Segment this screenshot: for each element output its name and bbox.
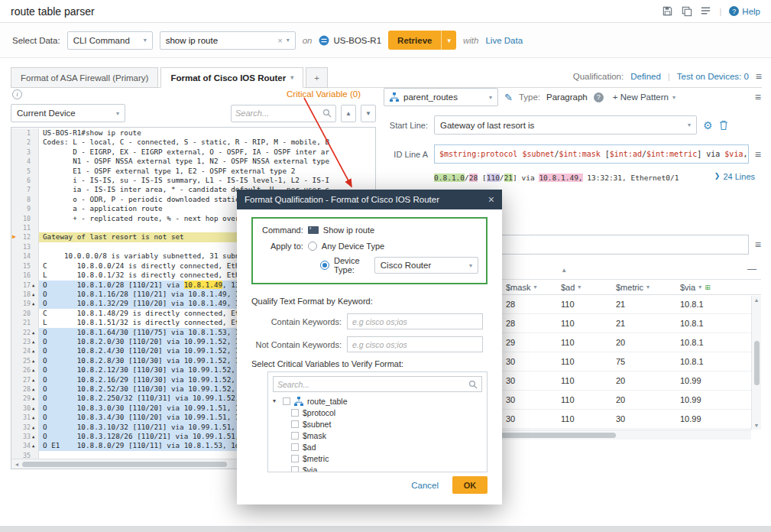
on-label: on xyxy=(303,36,313,45)
menu-icon[interactable]: ≡ xyxy=(755,239,761,250)
device-type-dropdown[interactable]: Cisco Router ▾ xyxy=(374,257,478,274)
ok-button[interactable]: OK xyxy=(452,476,488,494)
save-icon[interactable] xyxy=(662,5,673,17)
cell-value: 110 xyxy=(555,357,610,366)
scrollbar-thumb[interactable] xyxy=(22,462,227,467)
menu-icon[interactable]: ≡ xyxy=(756,71,762,82)
pattern-segment: $int:mask xyxy=(559,150,601,158)
code-line[interactable]: 2Codes: L - local, C - connected, S - st… xyxy=(11,138,375,147)
expand-lines-link[interactable]: ❯ 24 Lines xyxy=(714,172,755,181)
device-chip[interactable]: US-BOS-R1 xyxy=(319,35,381,46)
collapse-table-icon[interactable]: ▲ xyxy=(561,267,567,274)
checkbox-protocol[interactable] xyxy=(291,409,299,417)
tree-node-protocol[interactable]: $protocol xyxy=(273,407,482,418)
data-source-dropdown[interactable]: CLI Command ▾ xyxy=(67,31,153,50)
line-number: 2 xyxy=(27,138,32,147)
tree-node-metric[interactable]: $metric xyxy=(273,453,482,464)
prev-match-button[interactable]: ▲ xyxy=(341,105,356,122)
table-header-mask[interactable]: $mask▾ xyxy=(500,283,555,292)
scroll-up-icon[interactable]: ▲ xyxy=(754,297,760,303)
menu-icon[interactable]: ≡ xyxy=(755,92,761,102)
trash-icon[interactable] xyxy=(719,120,728,131)
cell-value: 110 xyxy=(555,395,610,404)
qualification-summary-box: Command: Show ip route Apply to: Any Dev… xyxy=(251,217,488,284)
device-name: US-BOS-R1 xyxy=(333,36,381,45)
cell-value: 30 xyxy=(500,357,555,366)
scrollbar-thumb[interactable] xyxy=(754,341,760,385)
table-header-ad[interactable]: $ad▾ xyxy=(555,283,610,292)
tree-node-via[interactable]: $via xyxy=(273,464,482,472)
code-line[interactable]: 1US-BOS-R1#show ip route xyxy=(11,128,375,138)
tree-node-label: $ad xyxy=(303,443,316,452)
critical-variable-link[interactable]: Critical Variable (0) xyxy=(287,89,361,99)
fold-marker-icon: ▲ xyxy=(32,432,38,441)
live-data-link[interactable]: Live Data xyxy=(485,36,523,45)
tree-node-route-table[interactable]: ▾route_table xyxy=(273,395,482,407)
checkbox-mask[interactable] xyxy=(291,432,299,440)
next-match-button[interactable]: ▼ xyxy=(361,105,376,122)
tab-format-of-cisco-ios-router[interactable]: Format of Cisco IOS Router▾ xyxy=(160,67,303,88)
tab-format-of-asa-firewall-primary-[interactable]: Format of ASA Firewall (Primary) xyxy=(11,67,158,88)
dialog-header[interactable]: Format Qualification - Format of Cisco I… xyxy=(237,190,502,209)
cancel-button[interactable]: Cancel xyxy=(411,481,439,490)
pattern-dropdown[interactable]: parent_routes ▾ xyxy=(384,88,498,106)
clear-icon[interactable]: × xyxy=(277,36,282,45)
test-on-devices-link[interactable]: Test on Devices: 0 xyxy=(677,72,749,81)
search-input[interactable] xyxy=(235,109,322,118)
info-icon[interactable]: i xyxy=(12,89,22,99)
export-icon[interactable] xyxy=(681,5,692,17)
chevron-down-icon[interactable]: ▾ xyxy=(287,37,290,44)
table-vertical-scrollbar[interactable]: ▲ ▼ xyxy=(751,296,761,430)
search-icon[interactable] xyxy=(322,109,332,118)
line-gutter: 17▲ xyxy=(11,281,39,290)
retrieve-dropdown-icon[interactable]: ▾ xyxy=(441,31,456,50)
radio-device-type[interactable] xyxy=(320,261,329,270)
code-line[interactable]: 6 i - IS-IS, su - IS-IS summary, L1 - IS… xyxy=(11,176,375,185)
tree-node-subnet[interactable]: $subnet xyxy=(273,418,482,430)
fold-marker-icon: ▲ xyxy=(32,346,38,355)
command-input[interactable]: show ip route × ▾ xyxy=(160,31,296,50)
line-gutter: 28▲ xyxy=(11,384,39,394)
start-line-dropdown[interactable]: Gateway of last resort is ▾ xyxy=(434,115,697,135)
gear-icon[interactable]: ⚙ xyxy=(703,120,713,131)
table-header-metric[interactable]: $metric▾ xyxy=(610,283,674,292)
menu-icon[interactable]: ≡ xyxy=(755,149,761,160)
scroll-left-icon[interactable]: ◂ xyxy=(11,461,22,468)
code-line[interactable]: 5 E1 - OSPF external type 1, E2 - OSPF e… xyxy=(11,167,375,176)
retrieve-button[interactable]: Retrieve ▾ xyxy=(388,31,456,50)
code-line[interactable]: 3 D - EIGRP, EX - EIGRP external, O - OS… xyxy=(11,148,375,157)
checkbox-via[interactable] xyxy=(291,466,299,473)
not-contain-keywords-input[interactable] xyxy=(347,336,483,352)
cell-value: 28 xyxy=(500,300,555,309)
tree-expand-icon[interactable]: ▾ xyxy=(273,397,279,404)
edit-pattern-icon[interactable]: ✎ xyxy=(504,92,513,103)
fold-marker-icon: ▲ xyxy=(32,365,38,375)
help-bubble-icon[interactable]: ? xyxy=(594,92,604,102)
close-icon[interactable]: × xyxy=(488,194,494,205)
device-scope-dropdown[interactable]: Current Device ▾ xyxy=(11,104,125,122)
id-line-pattern-input[interactable]: $mstring:protocol $subnet/$int:mask [$in… xyxy=(434,144,749,164)
line-gutter: 19▲ xyxy=(11,299,39,308)
contain-keywords-input[interactable] xyxy=(347,313,483,329)
minimize-icon[interactable]: — xyxy=(747,264,756,274)
line-number: 3 xyxy=(27,148,32,157)
tree-node-mask[interactable]: $mask xyxy=(273,430,482,441)
line-gutter: 4 xyxy=(11,157,39,166)
variable-search-input[interactable] xyxy=(277,380,468,389)
add-tab-button[interactable]: + xyxy=(306,67,328,88)
qualification-value-link[interactable]: Defined xyxy=(630,72,661,81)
tree-node-ad[interactable]: $ad xyxy=(273,441,482,453)
radio-any-device-type[interactable] xyxy=(308,242,317,251)
scroll-down-icon[interactable]: ▼ xyxy=(754,423,760,428)
search-icon[interactable] xyxy=(468,380,478,389)
line-number: 31 xyxy=(23,413,32,422)
list-view-icon[interactable] xyxy=(700,5,711,17)
checkbox-route-table[interactable] xyxy=(283,397,290,405)
help-link[interactable]: ? Help xyxy=(729,6,760,16)
checkbox-metric[interactable] xyxy=(291,455,299,462)
table-header-via[interactable]: $via▾⊞ xyxy=(674,283,761,292)
code-line[interactable]: 4 N1 - OSPF NSSA external type 1, N2 - O… xyxy=(11,157,375,166)
new-pattern-button[interactable]: + New Pattern ▾ xyxy=(613,92,675,102)
checkbox-ad[interactable] xyxy=(291,443,299,451)
checkbox-subnet[interactable] xyxy=(291,420,299,428)
